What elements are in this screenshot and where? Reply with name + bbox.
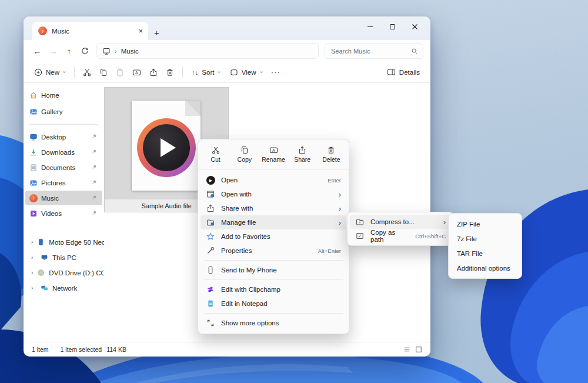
star-icon bbox=[206, 232, 215, 241]
menu-item-label: Send to My Phone bbox=[221, 267, 277, 274]
close-button[interactable] bbox=[403, 19, 426, 35]
sidebar-item-documents[interactable]: Documents bbox=[25, 160, 102, 175]
sidebar-item-gallery[interactable]: Gallery bbox=[25, 104, 102, 119]
new-tab-button[interactable]: + bbox=[154, 28, 159, 37]
refresh-button[interactable] bbox=[77, 44, 93, 59]
rename-icon: A bbox=[269, 146, 278, 154]
copy-button[interactable] bbox=[95, 64, 112, 80]
sidebar-item-pictures[interactable]: Pictures bbox=[25, 175, 102, 190]
forward-button[interactable]: → bbox=[45, 44, 61, 59]
new-plus-icon bbox=[34, 68, 42, 76]
menu-item-label: Open bbox=[221, 176, 238, 184]
share-with-icon bbox=[206, 204, 215, 212]
expand-chevron-icon[interactable]: › bbox=[31, 285, 36, 291]
submenu-chevron-icon: › bbox=[339, 205, 341, 212]
sidebar-item-label: Pictures bbox=[41, 179, 66, 186]
music-folder-icon: ♪ bbox=[38, 26, 47, 35]
sidebar-item-label: DVD Drive (D:) CCC bbox=[49, 269, 111, 277]
menu-item-label: Share with bbox=[221, 205, 253, 212]
music-folder-icon: ♪ bbox=[29, 194, 38, 202]
submenu-item-compress-to[interactable]: Compress to... › bbox=[350, 215, 451, 229]
sidebar-item-label: Desktop bbox=[41, 134, 66, 141]
quick-actions-row: Cut Copy A Rename Share Delete bbox=[198, 139, 349, 170]
delete-quick-button[interactable]: Delete bbox=[317, 141, 346, 168]
cut-button[interactable] bbox=[79, 64, 95, 80]
sidebar-separator bbox=[29, 124, 98, 125]
sidebar-item-home[interactable]: Home bbox=[25, 87, 102, 103]
rename-quick-button[interactable]: A Rename bbox=[259, 141, 288, 168]
sidebar-item-videos[interactable]: Videos bbox=[25, 206, 102, 221]
menu-item-label: Show more options bbox=[221, 319, 279, 327]
sidebar-item-dvd-drive[interactable]: › DVD Drive (D:) CCC bbox=[25, 265, 102, 280]
phone-icon bbox=[206, 266, 215, 274]
pin-icon bbox=[92, 195, 97, 200]
rename-icon: A bbox=[132, 68, 141, 76]
back-button[interactable]: ← bbox=[29, 44, 45, 59]
expand-chevron-icon[interactable]: › bbox=[31, 254, 36, 261]
details-view-toggle-icon[interactable] bbox=[403, 346, 410, 353]
sidebar-item-music[interactable]: ♪ Music bbox=[25, 191, 102, 205]
maximize-button[interactable] bbox=[381, 19, 403, 35]
delete-button[interactable] bbox=[162, 64, 178, 80]
tab-close-icon[interactable]: × bbox=[138, 27, 143, 35]
sidebar-item-label: Network bbox=[52, 285, 77, 292]
menu-item-edit-in-notepad[interactable]: Edit in Notepad bbox=[201, 297, 346, 311]
paste-button[interactable] bbox=[112, 64, 128, 80]
up-button[interactable]: ↑ bbox=[61, 44, 77, 59]
submenu-item-additional-options[interactable]: Additional options bbox=[451, 261, 519, 275]
minimize-icon bbox=[367, 24, 373, 30]
sort-button[interactable]: ↑↓ Sort › bbox=[187, 64, 225, 80]
details-pane-label: Details bbox=[399, 69, 420, 76]
cut-quick-button[interactable]: Cut bbox=[201, 141, 230, 168]
quick-action-label: Share bbox=[294, 156, 310, 163]
rename-button[interactable]: A bbox=[128, 64, 145, 80]
expand-chevron-icon[interactable]: › bbox=[31, 269, 33, 276]
compress-formats-submenu: ZIP File 7z File TAR File Additional opt… bbox=[448, 213, 522, 279]
menu-item-properties[interactable]: Properties Alt+Enter bbox=[201, 244, 346, 258]
tab-music[interactable]: ♪ Music × bbox=[32, 22, 148, 40]
expand-chevron-icon[interactable]: › bbox=[31, 239, 33, 245]
sidebar-item-network[interactable]: › Network bbox=[25, 281, 102, 295]
menu-separator bbox=[204, 260, 343, 261]
thumbnail-view-toggle-icon[interactable] bbox=[415, 346, 422, 353]
sidebar-item-label: This PC bbox=[52, 254, 76, 261]
menu-item-open-with[interactable]: Open with › bbox=[201, 187, 346, 201]
submenu-item-7z-file[interactable]: 7z File bbox=[451, 231, 519, 246]
menu-item-show-more-options[interactable]: Show more options bbox=[201, 316, 346, 330]
window-controls bbox=[359, 19, 426, 35]
sidebar-item-desktop[interactable]: Desktop bbox=[25, 129, 102, 144]
details-pane-button[interactable]: Details bbox=[382, 64, 425, 80]
submenu-item-tar-file[interactable]: TAR File bbox=[451, 246, 519, 261]
item-count: 1 item bbox=[32, 346, 49, 353]
copy-quick-button[interactable]: Copy bbox=[230, 141, 259, 168]
menu-item-manage-file[interactable]: Manage file › bbox=[201, 215, 346, 229]
search-input[interactable] bbox=[330, 47, 411, 55]
this-pc-icon bbox=[102, 47, 111, 55]
sidebar-item-moto-edge[interactable]: › Moto Edge 50 Neo bbox=[25, 235, 102, 249]
breadcrumb[interactable]: Music bbox=[121, 48, 139, 55]
sidebar-item-downloads[interactable]: Downloads bbox=[25, 145, 102, 159]
sidebar-item-this-pc[interactable]: › This PC bbox=[25, 250, 102, 265]
see-more-button[interactable]: ··· bbox=[267, 64, 285, 80]
menu-item-edit-with-clipchamp[interactable]: Edit with Clipchamp bbox=[201, 282, 346, 297]
submenu-item-zip-file[interactable]: ZIP File bbox=[451, 217, 519, 231]
refresh-icon bbox=[81, 47, 89, 55]
menu-item-add-to-favorites[interactable]: Add to Favorites bbox=[201, 229, 346, 244]
quick-action-label: Copy bbox=[238, 156, 252, 163]
view-button-label: View bbox=[242, 69, 256, 76]
minimize-button[interactable] bbox=[359, 19, 381, 35]
sidebar-item-label: Downloads bbox=[41, 149, 75, 156]
share-button[interactable] bbox=[145, 64, 162, 80]
search-box[interactable] bbox=[325, 43, 423, 59]
menu-item-open[interactable]: ▶ Open Enter bbox=[201, 173, 346, 187]
menu-item-share-with[interactable]: Share with › bbox=[201, 201, 346, 215]
view-button[interactable]: View › bbox=[225, 64, 267, 80]
menu-item-send-to-my-phone[interactable]: Send to My Phone bbox=[201, 263, 346, 277]
submenu-item-label: Copy as path bbox=[370, 229, 409, 243]
phone-device-icon bbox=[37, 238, 45, 246]
submenu-item-copy-as-path[interactable]: Copy as path Ctrl+Shift+C bbox=[350, 229, 451, 243]
cut-icon bbox=[83, 68, 91, 76]
share-quick-button[interactable]: Share bbox=[288, 141, 317, 168]
new-button[interactable]: New › bbox=[29, 64, 70, 80]
address-bar[interactable]: › Music bbox=[96, 43, 319, 59]
